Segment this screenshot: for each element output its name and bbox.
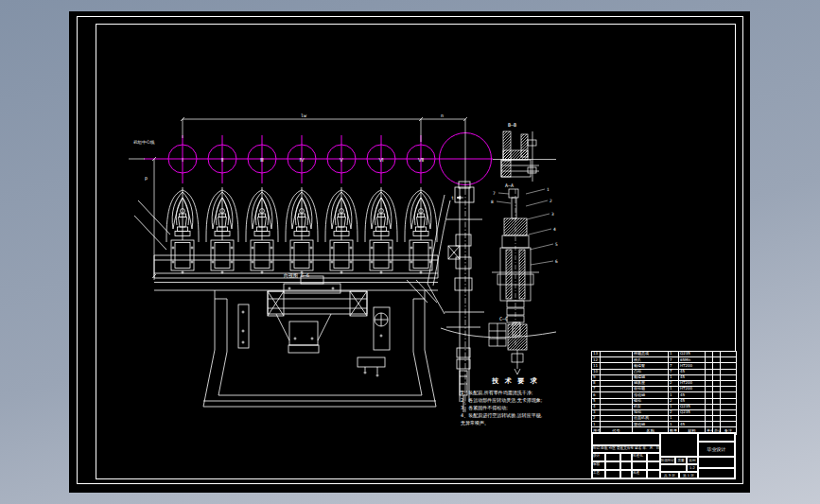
sheet-page: 第 1 张 xyxy=(679,472,698,478)
svg-text:t: t xyxy=(451,195,454,200)
drawing-title-box xyxy=(660,433,698,457)
svg-text:n: n xyxy=(441,113,444,118)
section-bb-label: B—B xyxy=(508,122,516,128)
date-cell xyxy=(620,461,632,470)
sheet-total: 共 3 张 xyxy=(660,472,679,478)
svg-text:Ⅲ: Ⅲ xyxy=(260,157,264,163)
stage-cells xyxy=(660,464,687,472)
role-check: 审核 xyxy=(592,461,605,470)
toolbar-rails xyxy=(134,200,445,314)
sig-cell xyxy=(647,453,660,461)
sig-cell xyxy=(605,453,620,461)
tech-requirement-line: 4、装配后进行空运转试验,运转应平稳, xyxy=(461,411,570,419)
gearbox-detail xyxy=(238,276,390,377)
org-name: 毕业设计 xyxy=(698,442,735,457)
tech-requirements-title: 技 术 要 求 xyxy=(461,376,570,386)
section-cc xyxy=(489,323,527,374)
scale-value: 1:2 xyxy=(687,464,698,472)
svg-text:4: 4 xyxy=(553,227,556,232)
svg-text:3: 3 xyxy=(551,212,554,217)
tech-requirement-line: 无异常噪声。 xyxy=(461,419,570,426)
sig-cell xyxy=(605,470,620,478)
centerline-note: 机组中心线 xyxy=(133,139,155,145)
svg-text:1: 1 xyxy=(547,187,550,192)
bom-rows: 13 秧箱总成 1 Q235 12 秧爪 7 65Mn 11 栽植臂 7 HT2… xyxy=(592,352,737,427)
tech-requirements: 技 术 要 求 1、装配前,所有零件均需清洗干净; 2、各运动部件应转动灵活,无… xyxy=(461,376,570,426)
gearbox-view-label: 向视图 6—6 xyxy=(284,272,309,279)
svg-text:Ⅱ: Ⅱ xyxy=(221,157,224,163)
section-aa-label: A—A xyxy=(505,182,514,188)
role-process: 工艺 xyxy=(592,470,605,478)
svg-text:Ⅵ: Ⅵ xyxy=(378,157,383,163)
svg-text:Ⅶ: Ⅶ xyxy=(418,157,424,163)
svg-text:lw: lw xyxy=(301,113,307,118)
cad-viewer: { "window": { "bg_top": "#8392a7", "bg_b… xyxy=(0,0,820,504)
role-approve: 批准 xyxy=(632,470,647,478)
date-cell xyxy=(620,470,632,478)
tech-requirement-line: 1、装配前,所有零件均需清洗干净; xyxy=(461,389,570,396)
svg-text:7: 7 xyxy=(493,191,496,196)
revision-row: 标记 处数 分区 更改文件号 签名 年、月、日 xyxy=(592,445,660,453)
sig-cell xyxy=(647,461,660,470)
sig-cell xyxy=(605,461,620,470)
stage-label: 阶段标记 xyxy=(660,457,675,464)
wheel-circles-group xyxy=(144,133,493,185)
tech-requirement-line: 2、各运动部件应转动灵活,无卡滞现象; xyxy=(461,396,570,404)
org-sub-box xyxy=(698,468,735,478)
svg-text:Ⅴ: Ⅴ xyxy=(340,157,343,163)
svg-text:p: p xyxy=(145,175,148,182)
bom-table: 13 秧箱总成 1 Q235 12 秧爪 7 65Mn 11 栽植臂 7 HT2… xyxy=(591,351,737,435)
sig-cell xyxy=(632,461,647,470)
section-aa xyxy=(492,189,539,346)
svg-text:2: 2 xyxy=(550,199,552,203)
svg-text:8: 8 xyxy=(491,200,494,204)
scale-label: 比例 xyxy=(687,457,698,464)
sig-cell xyxy=(647,470,660,478)
org-empty-box xyxy=(698,433,735,442)
svg-text:5: 5 xyxy=(555,242,558,247)
mass-label: 质量 xyxy=(675,457,687,464)
tech-requirement-line: 3、各紧固件不得松动; xyxy=(461,404,570,411)
svg-text:6: 6 xyxy=(555,259,558,264)
section-cc-label: C—C xyxy=(499,316,508,322)
section-bb xyxy=(493,131,556,182)
planter-units-group xyxy=(166,187,437,274)
role-design: 设计 xyxy=(592,453,605,461)
org-sub-box xyxy=(698,457,735,468)
revision-empty-row xyxy=(592,433,660,445)
date-cell xyxy=(620,453,632,461)
title-block: 标记 处数 分区 更改文件号 签名 年、月、日 设计 标准化 审核 工艺 批准 … xyxy=(591,432,736,479)
role-standard: 标准化 xyxy=(632,453,647,461)
